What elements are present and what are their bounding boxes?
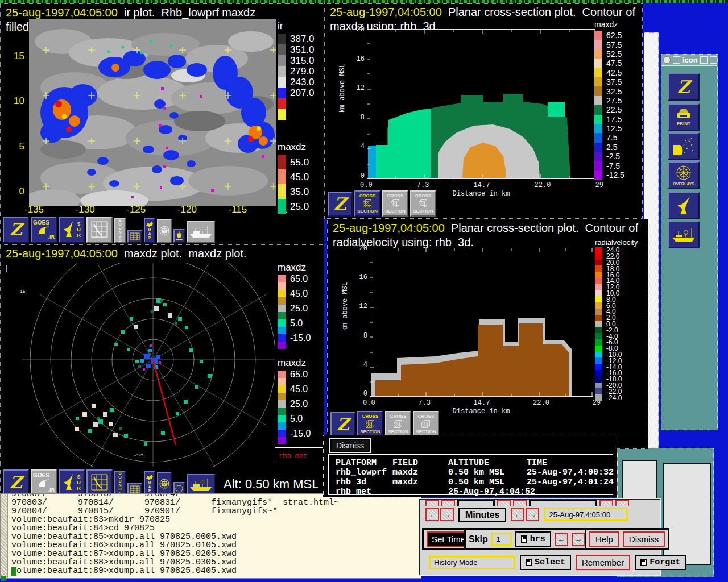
left-arrow-icon: ← bbox=[514, 510, 522, 519]
window-xsection-radialvelocity: 25-aug-1997,04:05:00 Planar cross-sectio… bbox=[327, 219, 648, 449]
polar-grid-button[interactable] bbox=[157, 472, 172, 496]
xsection-plot[interactable] bbox=[367, 29, 595, 179]
window-maximize-icon[interactable] bbox=[700, 56, 708, 64]
ship-button[interactable] bbox=[187, 474, 215, 496]
platform-table: PLATFORMFIELDALTITUDETIMErhb_lowprfmaxdz… bbox=[328, 454, 613, 495]
surveillance-radar-button[interactable]: SUR bbox=[59, 217, 85, 243]
colorbar-title: radialvelocity bbox=[595, 238, 638, 247]
small-grid-icon bbox=[130, 485, 140, 493]
radar-ppi-display[interactable]: 15 -125 bbox=[7, 263, 275, 467]
grid-overlay-button[interactable] bbox=[86, 469, 113, 496]
track-legend: rhb_met bbox=[275, 447, 323, 463]
zebra-logo-icon: Z bbox=[337, 416, 349, 433]
select-menu-button[interactable]: Select bbox=[520, 555, 571, 570]
printer-icon bbox=[675, 108, 692, 122]
y-axis-label: km above MSL bbox=[341, 282, 349, 331]
window-menu-icon[interactable] bbox=[663, 56, 671, 64]
clipped-button[interactable] bbox=[425, 500, 439, 506]
history-mode-field[interactable]: History Mode bbox=[429, 556, 515, 569]
zebra-menu-button[interactable]: Z bbox=[328, 192, 353, 217]
clipped-button[interactable] bbox=[615, 500, 629, 506]
small-grid-button[interactable] bbox=[127, 230, 142, 243]
desktop: { "sat": { "title_time": "25-aug-1997,04… bbox=[0, 0, 728, 582]
window-radar-ppi: 25-aug-1997,04:05:00 maxdz plot. maxdz p… bbox=[0, 244, 324, 498]
help-button[interactable]: Help bbox=[589, 531, 619, 547]
plot-title-line1: 25-aug-1997,04:05:00 Planar cross-sectio… bbox=[333, 221, 638, 235]
dismiss-button[interactable]: Dismiss bbox=[623, 531, 665, 547]
grid-icon bbox=[89, 472, 110, 493]
clipped-button[interactable] bbox=[599, 500, 613, 506]
track-platform-label: rhb_met bbox=[279, 452, 307, 460]
zebra-menu-button[interactable]: Z bbox=[3, 217, 29, 243]
polar-grid-button[interactable] bbox=[157, 219, 172, 243]
x-axis-ticks: 0.07.314.722.029 bbox=[363, 399, 601, 407]
cross-section-button-active[interactable]: CROSS SECTION bbox=[354, 190, 380, 217]
skip-forward-button[interactable]: → bbox=[572, 533, 585, 546]
map-button[interactable]: MAP bbox=[144, 471, 155, 496]
forget-menu-button[interactable]: Forget bbox=[635, 555, 686, 570]
cross-section-button[interactable]: CROSS SECTION bbox=[385, 411, 411, 437]
dismiss-button[interactable]: Dismiss bbox=[329, 438, 371, 453]
satellite-beam-icon bbox=[672, 136, 695, 156]
ring-label: -125 bbox=[134, 452, 144, 458]
radar-antenna-button[interactable] bbox=[668, 192, 700, 219]
icon-panel-titlebar[interactable]: icon bbox=[661, 55, 717, 66]
minute-back-button[interactable]: ← bbox=[511, 508, 524, 521]
terminal-scrollbar[interactable] bbox=[1, 494, 8, 578]
cross-section-button[interactable]: CROSS SECTION bbox=[413, 411, 439, 437]
colorbar-maxdz-xsec: maxdz 62.557.552.547.542.537.532.527.522… bbox=[594, 20, 624, 180]
radar-antenna-icon bbox=[63, 220, 75, 239]
terminal-window[interactable]: 970802/ 970813/ 970824/970803/ 970814/ 9… bbox=[0, 493, 421, 579]
colorbar-maxdz-sat: maxdz 55.045.035.025.0 bbox=[278, 142, 309, 214]
skip-units-menu[interactable]: hrs bbox=[515, 531, 551, 547]
buoy-button[interactable] bbox=[173, 229, 185, 243]
bounds-button[interactable]: BOUNDS bbox=[114, 471, 126, 496]
help-dismiss-frame: Help Dismiss bbox=[585, 528, 669, 550]
ship-main-button[interactable] bbox=[668, 221, 700, 248]
clipped-button[interactable] bbox=[513, 500, 527, 506]
step-back-button[interactable]: ← bbox=[425, 508, 439, 521]
overlays-button[interactable]: OVERLAYS bbox=[668, 161, 700, 189]
goes-ir-button[interactable]: GOES .IR bbox=[31, 217, 57, 243]
skip-value-field[interactable]: 1 bbox=[491, 533, 512, 546]
cross-section-button-active[interactable]: CROSS SECTION bbox=[357, 411, 383, 437]
step-forward-button[interactable]: → bbox=[440, 508, 454, 521]
goes-ir-button[interactable]: GOES .IR bbox=[31, 469, 57, 496]
skip-back-button[interactable]: ← bbox=[555, 533, 568, 546]
bounds-button[interactable]: BOUNDS bbox=[114, 218, 126, 243]
polar-rings-icon bbox=[159, 478, 170, 489]
cross-section-button[interactable]: CROSS SECTION bbox=[410, 190, 436, 217]
bounds-label: BOUNDS bbox=[118, 471, 122, 495]
map-icon bbox=[146, 474, 154, 481]
map-button[interactable]: MAP bbox=[144, 218, 155, 243]
zebra-menu-button[interactable]: Z bbox=[3, 469, 29, 496]
terminal-output: 970802/ 970813/ 970824/970803/ 970814/ 9… bbox=[11, 493, 420, 575]
window-close-icon[interactable] bbox=[710, 56, 717, 64]
cube-icon bbox=[416, 198, 430, 209]
remember-button[interactable]: Remember bbox=[576, 555, 630, 570]
right-arrow-icon: → bbox=[444, 510, 451, 519]
grid-overlay-button[interactable] bbox=[86, 217, 113, 243]
window-iconify-icon[interactable] bbox=[673, 56, 680, 64]
xsection-plot[interactable] bbox=[370, 248, 593, 397]
clipped-button[interactable] bbox=[441, 500, 455, 506]
left-arrow-icon: ← bbox=[429, 510, 436, 519]
ship-icon bbox=[189, 224, 213, 240]
overlays-rings-icon bbox=[674, 165, 693, 182]
background-panel-right bbox=[663, 463, 711, 565]
satellite-image[interactable] bbox=[29, 19, 276, 206]
minute-forward-button[interactable]: → bbox=[526, 508, 539, 521]
zebra-menu-button[interactable]: Z bbox=[330, 412, 355, 437]
ship-icon bbox=[189, 477, 213, 493]
satellite-button[interactable] bbox=[668, 132, 700, 160]
ship-button[interactable] bbox=[187, 221, 215, 243]
clipped-button[interactable] bbox=[497, 500, 511, 506]
print-button[interactable]: PRINT bbox=[668, 103, 700, 131]
zebra-main-button[interactable]: Z bbox=[668, 73, 700, 101]
surveillance-radar-button[interactable]: SUR bbox=[59, 469, 85, 496]
time-field[interactable]: 25-Aug-97,4:05:00 bbox=[544, 508, 628, 521]
colorbar-ir-title: ir bbox=[278, 20, 315, 32]
window-title: icon bbox=[682, 56, 698, 64]
cross-section-button[interactable]: CROSS SECTION bbox=[382, 190, 408, 217]
cube-icon bbox=[361, 198, 374, 209]
